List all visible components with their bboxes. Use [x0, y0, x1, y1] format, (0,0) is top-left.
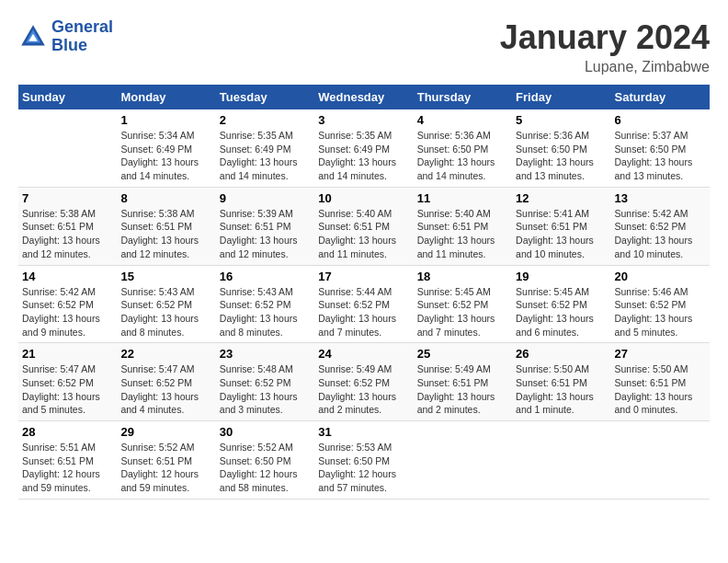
day-cell: 17 Sunrise: 5:44 AMSunset: 6:52 PMDaylig…: [314, 265, 413, 343]
day-info: Sunrise: 5:52 AMSunset: 6:50 PMDaylight:…: [220, 441, 311, 495]
day-number: 19: [516, 270, 607, 283]
day-cell: 10 Sunrise: 5:40 AMSunset: 6:51 PMDaylig…: [314, 187, 413, 265]
day-cell: 18 Sunrise: 5:45 AMSunset: 6:52 PMDaylig…: [414, 265, 512, 343]
day-number: 13: [615, 191, 706, 205]
day-info: Sunrise: 5:52 AMSunset: 6:51 PMDaylight:…: [120, 441, 211, 495]
col-sunday: Sunday: [18, 85, 117, 109]
day-cell: [18, 109, 117, 187]
day-number: 5: [516, 113, 607, 127]
day-info: Sunrise: 5:49 AMSunset: 6:52 PMDaylight:…: [318, 362, 409, 417]
day-number: 21: [22, 347, 113, 361]
col-thursday: Thursday: [414, 85, 512, 109]
week-row-4: 21 Sunrise: 5:47 AMSunset: 6:52 PMDaylig…: [18, 343, 710, 421]
page-header: General Blue January 2024 Lupane, Zimbab…: [18, 18, 710, 75]
day-info: Sunrise: 5:42 AMSunset: 6:52 PMDaylight:…: [615, 207, 706, 261]
day-info: Sunrise: 5:49 AMSunset: 6:51 PMDaylight:…: [417, 362, 508, 417]
header-row: Sunday Monday Tuesday Wednesday Thursday…: [18, 85, 710, 109]
location-title: Lupane, Zimbabwe: [500, 59, 710, 75]
day-cell: 27 Sunrise: 5:50 AMSunset: 6:51 PMDaylig…: [611, 343, 710, 421]
day-cell: 1 Sunrise: 5:34 AMSunset: 6:49 PMDayligh…: [117, 109, 215, 187]
logo-icon: [18, 22, 48, 52]
day-cell: 14 Sunrise: 5:42 AMSunset: 6:52 PMDaylig…: [18, 265, 117, 343]
day-number: 22: [120, 347, 211, 361]
day-cell: 8 Sunrise: 5:38 AMSunset: 6:51 PMDayligh…: [117, 187, 215, 265]
day-info: Sunrise: 5:45 AMSunset: 6:52 PMDaylight:…: [516, 285, 607, 339]
day-cell: 26 Sunrise: 5:50 AMSunset: 6:51 PMDaylig…: [512, 343, 610, 421]
day-info: Sunrise: 5:41 AMSunset: 6:51 PMDaylight:…: [516, 207, 607, 261]
title-section: January 2024 Lupane, Zimbabwe: [500, 18, 710, 75]
day-cell: 23 Sunrise: 5:48 AMSunset: 6:52 PMDaylig…: [216, 343, 314, 421]
day-number: 26: [516, 347, 607, 361]
day-cell: 9 Sunrise: 5:39 AMSunset: 6:51 PMDayligh…: [216, 187, 314, 265]
day-number: 24: [318, 347, 409, 361]
day-cell: 29 Sunrise: 5:52 AMSunset: 6:51 PMDaylig…: [117, 421, 215, 500]
day-number: 27: [615, 347, 706, 361]
col-friday: Friday: [512, 85, 610, 109]
day-number: 25: [417, 347, 508, 361]
day-number: 1: [120, 113, 211, 127]
day-cell: [414, 421, 512, 500]
week-row-5: 28 Sunrise: 5:51 AMSunset: 6:51 PMDaylig…: [18, 421, 710, 500]
day-number: 16: [220, 270, 311, 283]
week-row-2: 7 Sunrise: 5:38 AMSunset: 6:51 PMDayligh…: [18, 187, 710, 265]
day-number: 9: [220, 191, 311, 205]
day-cell: 24 Sunrise: 5:49 AMSunset: 6:52 PMDaylig…: [314, 343, 413, 421]
day-number: 17: [318, 270, 409, 283]
week-row-1: 1 Sunrise: 5:34 AMSunset: 6:49 PMDayligh…: [18, 109, 710, 187]
day-number: 20: [615, 270, 706, 283]
day-info: Sunrise: 5:47 AMSunset: 6:52 PMDaylight:…: [22, 362, 113, 417]
week-row-3: 14 Sunrise: 5:42 AMSunset: 6:52 PMDaylig…: [18, 265, 710, 343]
logo-text: General Blue: [51, 18, 113, 55]
day-number: 10: [318, 191, 409, 205]
day-number: 8: [120, 191, 211, 205]
day-info: Sunrise: 5:42 AMSunset: 6:52 PMDaylight:…: [22, 285, 113, 339]
day-cell: 6 Sunrise: 5:37 AMSunset: 6:50 PMDayligh…: [611, 109, 710, 187]
day-info: Sunrise: 5:38 AMSunset: 6:51 PMDaylight:…: [120, 207, 211, 261]
day-info: Sunrise: 5:47 AMSunset: 6:52 PMDaylight:…: [120, 362, 211, 417]
day-cell: 22 Sunrise: 5:47 AMSunset: 6:52 PMDaylig…: [117, 343, 215, 421]
day-info: Sunrise: 5:53 AMSunset: 6:50 PMDaylight:…: [318, 441, 409, 495]
day-info: Sunrise: 5:35 AMSunset: 6:49 PMDaylight:…: [220, 129, 311, 183]
day-cell: 12 Sunrise: 5:41 AMSunset: 6:51 PMDaylig…: [512, 187, 610, 265]
day-cell: 7 Sunrise: 5:38 AMSunset: 6:51 PMDayligh…: [18, 187, 117, 265]
day-cell: 3 Sunrise: 5:35 AMSunset: 6:49 PMDayligh…: [314, 109, 413, 187]
day-info: Sunrise: 5:40 AMSunset: 6:51 PMDaylight:…: [318, 207, 409, 261]
day-cell: 19 Sunrise: 5:45 AMSunset: 6:52 PMDaylig…: [512, 265, 610, 343]
day-number: 4: [417, 113, 508, 127]
day-number: 12: [516, 191, 607, 205]
col-saturday: Saturday: [611, 85, 710, 109]
day-number: 31: [318, 425, 409, 439]
day-number: 2: [220, 113, 311, 127]
day-cell: 2 Sunrise: 5:35 AMSunset: 6:49 PMDayligh…: [216, 109, 314, 187]
day-number: 15: [120, 270, 211, 283]
day-number: 3: [318, 113, 409, 127]
day-info: Sunrise: 5:45 AMSunset: 6:52 PMDaylight:…: [417, 285, 508, 339]
logo: General Blue: [18, 18, 113, 55]
day-cell: 25 Sunrise: 5:49 AMSunset: 6:51 PMDaylig…: [414, 343, 512, 421]
day-cell: 15 Sunrise: 5:43 AMSunset: 6:52 PMDaylig…: [117, 265, 215, 343]
day-cell: 4 Sunrise: 5:36 AMSunset: 6:50 PMDayligh…: [414, 109, 512, 187]
day-cell: 5 Sunrise: 5:36 AMSunset: 6:50 PMDayligh…: [512, 109, 610, 187]
day-cell: 30 Sunrise: 5:52 AMSunset: 6:50 PMDaylig…: [216, 421, 314, 500]
day-cell: 11 Sunrise: 5:40 AMSunset: 6:51 PMDaylig…: [414, 187, 512, 265]
day-cell: 21 Sunrise: 5:47 AMSunset: 6:52 PMDaylig…: [18, 343, 117, 421]
day-cell: [611, 421, 710, 500]
day-number: 28: [22, 425, 113, 439]
day-info: Sunrise: 5:39 AMSunset: 6:51 PMDaylight:…: [220, 207, 311, 261]
day-info: Sunrise: 5:51 AMSunset: 6:51 PMDaylight:…: [22, 441, 113, 495]
day-number: 29: [120, 425, 211, 439]
day-cell: 31 Sunrise: 5:53 AMSunset: 6:50 PMDaylig…: [314, 421, 413, 500]
day-number: 30: [220, 425, 311, 439]
day-info: Sunrise: 5:43 AMSunset: 6:52 PMDaylight:…: [220, 285, 311, 339]
day-info: Sunrise: 5:37 AMSunset: 6:50 PMDaylight:…: [615, 129, 706, 183]
day-info: Sunrise: 5:35 AMSunset: 6:49 PMDaylight:…: [318, 129, 409, 183]
day-number: 14: [22, 270, 113, 283]
day-number: 18: [417, 270, 508, 283]
day-info: Sunrise: 5:36 AMSunset: 6:50 PMDaylight:…: [417, 129, 508, 183]
day-cell: 16 Sunrise: 5:43 AMSunset: 6:52 PMDaylig…: [216, 265, 314, 343]
day-info: Sunrise: 5:50 AMSunset: 6:51 PMDaylight:…: [516, 362, 607, 417]
col-tuesday: Tuesday: [216, 85, 314, 109]
month-title: January 2024: [500, 18, 710, 57]
col-monday: Monday: [117, 85, 215, 109]
day-cell: 28 Sunrise: 5:51 AMSunset: 6:51 PMDaylig…: [18, 421, 117, 500]
